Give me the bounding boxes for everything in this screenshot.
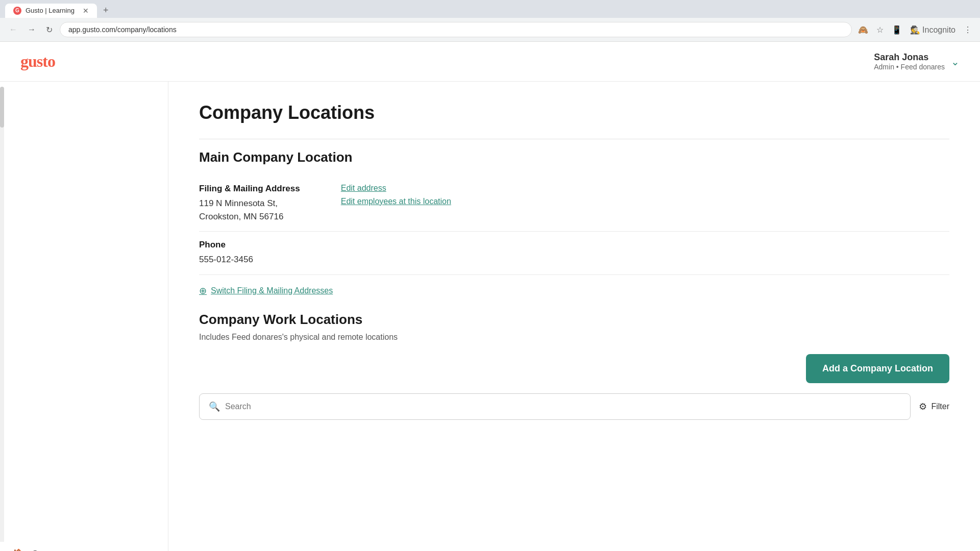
back-button[interactable]: ← (6, 23, 20, 36)
phone-info: Phone 555-012-3456 (199, 240, 253, 266)
phone-label: Phone (199, 240, 253, 250)
user-menu[interactable]: Sarah Jonas Admin • Feed donares ⌄ (874, 52, 960, 71)
filing-actions: Edit address Edit employees at this loca… (341, 184, 451, 206)
tab-close-button[interactable]: ✕ (83, 7, 89, 15)
main-content: Company Locations Main Company Location … (168, 82, 980, 551)
menu-icon[interactable]: ⋮ (962, 23, 974, 37)
scrollbar-thumb[interactable] (0, 87, 4, 128)
gusto-logo: gusto (20, 52, 55, 71)
new-tab-button[interactable]: + (99, 3, 113, 18)
incognito-button[interactable]: 🕵 Incognito (908, 23, 958, 37)
main-layout: 🏠 Setup 👤 People 🏢 Company Company detai… (0, 82, 980, 551)
work-locations-desc: Includes Feed donares's physical and rem… (199, 333, 949, 342)
sidebar-item-setup[interactable]: 🏠 Setup (0, 542, 168, 551)
eye-slash-icon[interactable]: 🙈 (856, 23, 870, 37)
filing-label: Filing & Mailing Address (199, 184, 300, 194)
filing-address-row: Filing & Mailing Address 119 N Minnesota… (199, 176, 949, 232)
search-input[interactable] (225, 402, 901, 411)
add-company-location-button[interactable]: Add a Company Location (806, 354, 949, 383)
tab-label: Gusto | Learning (26, 7, 75, 14)
filter-icon: ⚙ (919, 401, 927, 412)
user-name: Sarah Jonas (874, 52, 945, 63)
url-text: app.gusto.com/company/locations (68, 26, 177, 34)
address-line2: Crookston, MN 56716 (199, 210, 300, 223)
page: gusto Sarah Jonas Admin • Feed donares ⌄… (0, 42, 980, 551)
edit-employees-link[interactable]: Edit employees at this location (341, 197, 451, 206)
search-icon: 🔍 (209, 401, 220, 412)
browser-actions: 🙈 ☆ 📱 🕵 Incognito ⋮ (856, 23, 974, 37)
forward-button[interactable]: → (24, 23, 39, 36)
device-icon[interactable]: 📱 (890, 23, 904, 37)
user-role: Admin • Feed donares (874, 63, 945, 71)
user-info: Sarah Jonas Admin • Feed donares (874, 52, 945, 71)
sidebar-label-setup: Setup (32, 549, 55, 551)
bookmark-icon[interactable]: ☆ (874, 23, 886, 37)
switch-addresses-link[interactable]: ⊕ Switch Filing & Mailing Addresses (199, 275, 949, 307)
filter-label: Filter (931, 402, 949, 411)
sidebar: 🏠 Setup 👤 People 🏢 Company Company detai… (0, 82, 168, 551)
scrollbar-track (0, 92, 4, 542)
address-bar[interactable]: app.gusto.com/company/locations (60, 22, 852, 37)
page-title: Company Locations (199, 102, 949, 123)
home-icon: 🏠 (12, 548, 25, 551)
filter-button[interactable]: ⚙ Filter (919, 401, 949, 412)
edit-address-link[interactable]: Edit address (341, 184, 451, 193)
search-filter-row: 🔍 ⚙ Filter (199, 393, 949, 420)
phone-value: 555-012-3456 (199, 253, 253, 266)
filing-address-info: Filing & Mailing Address 119 N Minnesota… (199, 184, 300, 223)
chevron-down-icon: ⌄ (951, 56, 960, 68)
phone-row: Phone 555-012-3456 (199, 232, 949, 275)
add-button-area: Add a Company Location (199, 354, 949, 383)
tab-favicon: G (13, 7, 21, 15)
tab-bar: G Gusto | Learning ✕ + (0, 0, 980, 18)
active-tab[interactable]: G Gusto | Learning ✕ (5, 4, 97, 18)
address-line1: 119 N Minnesota St, (199, 197, 300, 210)
divider-1 (199, 139, 949, 139)
work-locations-title: Company Work Locations (199, 312, 949, 328)
site-header: gusto Sarah Jonas Admin • Feed donares ⌄ (0, 42, 980, 82)
plus-circle-icon: ⊕ (199, 285, 207, 296)
search-box: 🔍 (199, 393, 911, 420)
browser-chrome: G Gusto | Learning ✕ + ← → ↻ app.gusto.c… (0, 0, 980, 42)
main-location-title: Main Company Location (199, 149, 949, 165)
reload-button[interactable]: ↻ (43, 23, 56, 37)
browser-toolbar: ← → ↻ app.gusto.com/company/locations 🙈 … (0, 18, 980, 41)
